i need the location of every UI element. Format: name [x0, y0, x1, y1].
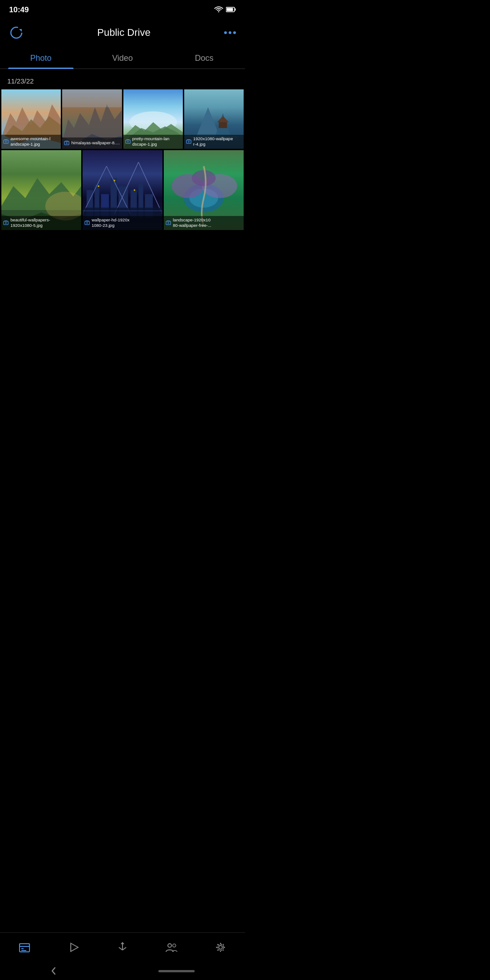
tabs-bar: Photo Video Docs: [0, 47, 245, 69]
status-icons: [214, 6, 236, 14]
wifi-icon: [214, 6, 223, 14]
photo-item[interactable]: wallpaper-hd-1920x1080-23.jpg: [83, 150, 162, 230]
photo-icon: [64, 139, 69, 147]
svg-marker-5: [19, 29, 22, 32]
svg-point-56: [114, 180, 116, 181]
photo-icon: [3, 219, 9, 227]
photo-caption: 1920x1080-wallpaper-4.jpg: [184, 135, 244, 149]
photo-icon: [186, 137, 191, 146]
svg-point-57: [134, 189, 136, 191]
photo-icon: [84, 219, 90, 227]
svg-point-0: [218, 11, 220, 12]
svg-rect-3: [227, 8, 233, 11]
photo-icon: [3, 137, 9, 146]
page-title: Public Drive: [97, 27, 150, 39]
photo-caption: wallpaper-hd-1920x1080-23.jpg: [83, 216, 162, 230]
svg-point-17: [66, 142, 68, 144]
photo-icon: [125, 137, 131, 146]
photo-filename: himalayas-wallpaper-8.jpg: [71, 140, 120, 146]
photo-caption: himalayas-wallpaper-8.jpg: [62, 137, 122, 149]
photo-filename: wallpaper-hd-1920x1080-23.jpg: [92, 217, 129, 229]
svg-point-55: [98, 186, 99, 187]
photo-filename: awesome-mountain-landscape-1.jpg: [10, 136, 50, 147]
refresh-button[interactable]: [9, 25, 24, 40]
tab-docs[interactable]: Docs: [163, 47, 245, 69]
photo-caption: pretty-mountain-landscape-1.jpg: [123, 135, 183, 149]
tab-video[interactable]: Video: [82, 47, 163, 69]
photo-filename: 1920x1080-wallpaper-4.jpg: [193, 136, 233, 147]
photo-item[interactable]: beautiful-wallpapers-1920x1080-5.jpg: [1, 150, 81, 230]
photo-filename: landscape-1920x1080-wallpaper-free-...: [173, 217, 211, 229]
photo-item[interactable]: 1920x1080-wallpaper-4.jpg: [184, 89, 244, 149]
svg-point-11: [5, 141, 7, 142]
svg-rect-15: [62, 89, 122, 107]
photo-icon: [166, 219, 171, 227]
photo-filename: pretty-mountain-landscape-1.jpg: [132, 136, 170, 147]
photo-item[interactable]: landscape-1920x1080-wallpaper-free-...: [164, 150, 244, 230]
svg-point-23: [127, 141, 128, 142]
photo-item[interactable]: himalayas-wallpaper-8.jpg: [62, 89, 122, 149]
svg-point-32: [188, 141, 190, 142]
svg-point-39: [5, 222, 7, 224]
photo-item[interactable]: awesome-mountain-landscape-1.jpg: [1, 89, 61, 149]
status-bar: 10:49: [0, 0, 245, 18]
svg-point-65: [192, 170, 216, 186]
photo-caption: awesome-mountain-landscape-1.jpg: [1, 135, 61, 149]
svg-point-67: [167, 222, 169, 224]
date-label: 11/23/22: [0, 71, 245, 89]
photo-caption: landscape-1920x1080-wallpaper-free-...: [164, 216, 244, 230]
photo-filename: beautiful-wallpapers-1920x1080-5.jpg: [10, 217, 50, 229]
tab-photo[interactable]: Photo: [0, 47, 82, 69]
svg-point-59: [86, 222, 88, 224]
battery-icon: [226, 6, 236, 14]
svg-rect-28: [219, 122, 227, 128]
status-time: 10:49: [9, 5, 29, 15]
photo-grid-row1: awesome-mountain-landscape-1.jpg: [0, 89, 245, 149]
svg-rect-2: [235, 9, 236, 11]
photo-item[interactable]: pretty-mountain-landscape-1.jpg: [123, 89, 183, 149]
more-options-button[interactable]: [224, 31, 236, 34]
photo-grid-row2: beautiful-wallpapers-1920x1080-5.jpg: [0, 149, 245, 230]
photo-caption: beautiful-wallpapers-1920x1080-5.jpg: [1, 216, 81, 230]
header: Public Drive: [0, 18, 245, 47]
svg-point-4: [11, 27, 22, 38]
